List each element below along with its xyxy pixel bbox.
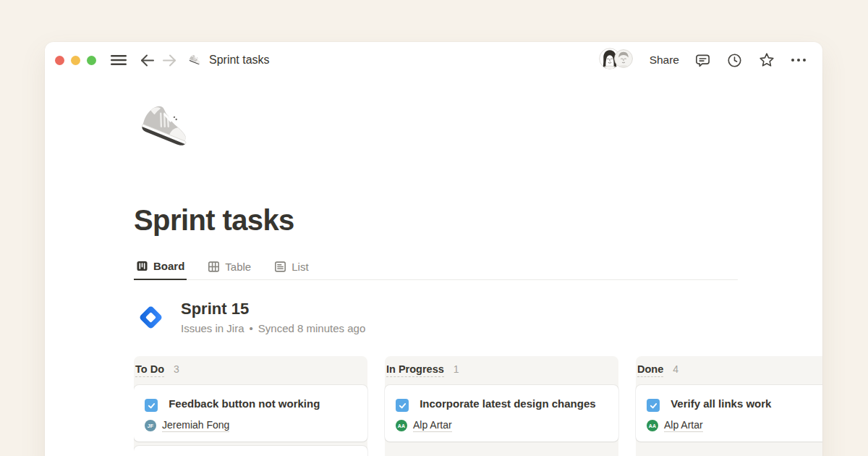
task-title-row: Feedback button not working xyxy=(145,394,357,413)
column-count: 3 xyxy=(174,363,179,375)
favorite-star-icon[interactable] xyxy=(758,51,775,69)
comments-icon[interactable] xyxy=(694,52,711,69)
assignee-avatar: JF xyxy=(145,420,156,431)
avatar-collaborator-2 xyxy=(614,49,633,71)
bullet-separator: • xyxy=(250,322,253,334)
share-button[interactable]: Share xyxy=(650,54,679,67)
app-window: Sprint tasks xyxy=(45,42,822,456)
zoom-window-button[interactable] xyxy=(87,56,96,65)
column-header: Done 4 xyxy=(636,356,822,385)
task-assignee[interactable]: JF Jeremiah Fong xyxy=(145,419,357,432)
sprint-header: Sprint 15 Issues in Jira • Synced 8 minu… xyxy=(134,300,822,334)
tab-table-label: Table xyxy=(225,261,251,273)
column-header: In Progress 1 xyxy=(385,356,618,385)
menu-icon[interactable] xyxy=(111,54,127,67)
tab-board[interactable]: Board xyxy=(134,257,187,280)
task-assignee[interactable]: AA Alp Artar xyxy=(396,419,608,432)
view-tabs: Board Table List xyxy=(134,257,738,280)
task-title-row: Verify all links work xyxy=(647,394,822,413)
assignee-name: Jeremiah Fong xyxy=(162,419,229,432)
task-checkbox-icon[interactable] xyxy=(396,399,409,412)
tab-list-label: List xyxy=(292,261,308,273)
task-title: Feedback button not working xyxy=(169,397,320,410)
forward-arrow-icon[interactable] xyxy=(162,54,177,67)
collaborator-avatars[interactable] xyxy=(599,48,633,72)
board-column-done: Done 4 Verify all links work AA Alp Arta… xyxy=(636,356,822,456)
task-card[interactable]: Verify all links work AA Alp Artar xyxy=(636,385,822,442)
sneaker-icon xyxy=(187,53,203,68)
board-column-todo: To Do 3 Feedback button not working JF J… xyxy=(134,356,367,456)
page-title: Sprint tasks xyxy=(134,204,822,237)
breadcrumb-page-title[interactable]: Sprint tasks xyxy=(209,54,270,67)
sprint-subtitle: Issues in Jira • Synced 8 minutes ago xyxy=(181,322,365,334)
minimize-window-button[interactable] xyxy=(71,56,80,65)
column-count: 4 xyxy=(673,363,678,375)
task-checkbox-icon[interactable] xyxy=(647,399,660,412)
column-header: To Do 3 xyxy=(134,356,367,385)
sprint-sync-status: Synced 8 minutes ago xyxy=(258,322,365,334)
task-card[interactable]: Incorporate latest design changes AA Alp… xyxy=(385,385,618,442)
assignee-avatar: AA xyxy=(647,420,658,431)
tab-list[interactable]: List xyxy=(272,257,310,280)
assignee-name: Alp Artar xyxy=(664,419,703,432)
task-card[interactable]: Feedback button not working JF Jeremiah … xyxy=(134,385,367,442)
tab-table[interactable]: Table xyxy=(205,257,253,280)
column-count: 1 xyxy=(454,363,459,375)
task-title-row: Incorporate latest design changes xyxy=(396,394,608,413)
jira-logo-icon xyxy=(134,300,168,334)
page-body: Sprint tasks Board Table xyxy=(45,97,822,456)
column-title[interactable]: In Progress xyxy=(386,363,444,377)
back-arrow-icon[interactable] xyxy=(140,54,155,67)
kanban-board: To Do 3 Feedback button not working JF J… xyxy=(134,356,822,456)
sprint-source: Issues in Jira xyxy=(181,322,244,334)
assignee-avatar: AA xyxy=(396,420,407,431)
task-title: Incorporate latest design changes xyxy=(420,397,595,410)
updates-clock-icon[interactable] xyxy=(726,52,743,69)
task-title: Verify all links work xyxy=(671,397,771,410)
tab-board-label: Board xyxy=(153,260,184,272)
window-controls xyxy=(55,56,96,65)
sprint-title[interactable]: Sprint 15 xyxy=(181,300,365,318)
board-column-in-progress: In Progress 1 Incorporate latest design … xyxy=(385,356,618,456)
column-title[interactable]: Done xyxy=(637,363,663,377)
page-sneaker-icon[interactable] xyxy=(134,97,197,161)
task-checkbox-icon[interactable] xyxy=(145,399,158,412)
titlebar: Sprint tasks xyxy=(45,42,822,78)
column-title[interactable]: To Do xyxy=(135,363,164,377)
close-window-button[interactable] xyxy=(55,56,64,65)
task-card-peek[interactable] xyxy=(134,446,367,456)
task-assignee[interactable]: AA Alp Artar xyxy=(647,419,822,432)
more-ellipsis-icon[interactable] xyxy=(791,58,807,62)
assignee-name: Alp Artar xyxy=(413,419,452,432)
